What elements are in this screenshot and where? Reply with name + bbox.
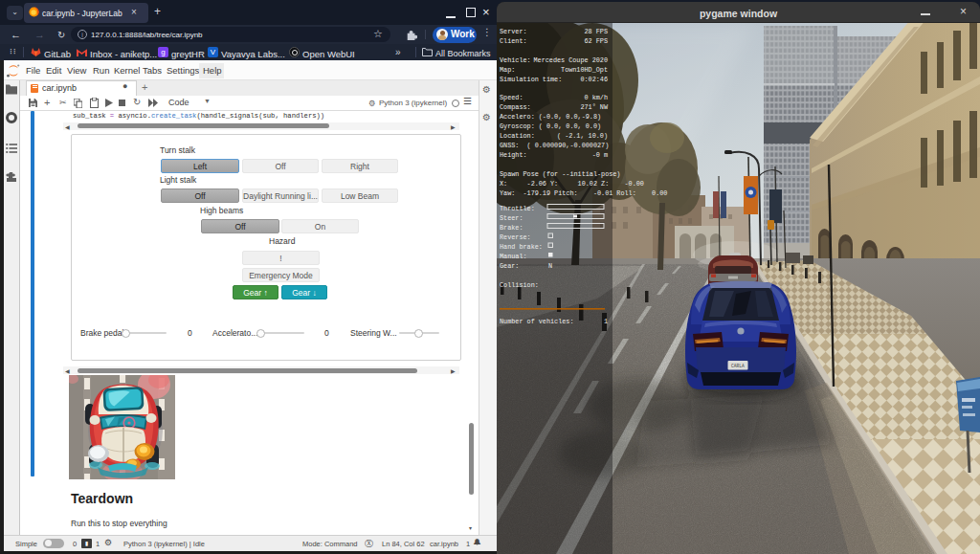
svg-text:0 km/h: 0 km/h	[585, 94, 608, 101]
svg-text:Gear:: Gear:	[500, 262, 519, 270]
svg-text:Town10HD_Opt: Town10HD_Opt	[561, 66, 608, 74]
svg-text:Collision:: Collision:	[500, 281, 539, 289]
svg-text:Height:: Height:	[500, 151, 527, 159]
svg-text:Server:: Server:	[500, 28, 527, 35]
svg-text:Mercedes Coupe 2020: Mercedes Coupe 2020	[534, 56, 609, 64]
svg-text:( -2.1, 10.0): ( -2.1, 10.0)	[557, 132, 608, 140]
svg-text:Location:: Location:	[500, 132, 535, 140]
svg-text:28 FPS: 28 FPS	[585, 28, 608, 35]
svg-text:Number of vehicles:: Number of vehicles:	[500, 318, 574, 325]
svg-text:-0 m: -0 m	[592, 151, 608, 159]
svg-text:Map:: Map:	[500, 66, 515, 74]
svg-text:CARLA: CARLA	[731, 364, 745, 368]
svg-text:Speed:: Speed:	[500, 94, 523, 101]
svg-text:Accelero: (-0.0, 0.0,-9.8): Accelero: (-0.0, 0.0,-9.8)	[500, 113, 601, 121]
svg-text:Manual:: Manual:	[500, 253, 527, 260]
svg-text:Hand brake:: Hand brake:	[500, 243, 543, 251]
svg-text:62 FPS: 62 FPS	[585, 37, 608, 45]
svg-text:Spawn Pose (for --initial-pose: Spawn Pose (for --initial-pose)	[500, 170, 620, 178]
svg-text:X: -2.06 Y: 10.02 Z:: X: -2.06 Y: 10.02 Z: -0.00	[500, 180, 644, 188]
svg-text:Compass:: Compass:	[500, 103, 531, 111]
svg-text:Simulation time:: Simulation time:	[500, 76, 562, 83]
svg-text:Gyroscop: ( 0.0, 0.0, 0.0): Gyroscop: ( 0.0, 0.0, 0.0)	[500, 122, 601, 130]
svg-text:Client:: Client:	[500, 37, 527, 45]
svg-text:Steer:: Steer:	[500, 214, 523, 222]
svg-text:Reverse:: Reverse:	[500, 233, 531, 241]
svg-text:Yaw: -179.19 Pitch: -0.01: Yaw: -179.19 Pitch: -0.01 Roll: 0.00	[500, 189, 667, 197]
svg-text:0:02:46: 0:02:46	[580, 76, 608, 83]
svg-text:Brake:: Brake:	[500, 224, 523, 232]
svg-text:GNSS: ( 0.000090,-0.000027): GNSS: ( 0.000090,-0.000027)	[500, 142, 609, 149]
svg-text:Vehicle:: Vehicle:	[500, 56, 531, 64]
svg-text:271° NW: 271° NW	[580, 103, 608, 111]
svg-text:1: 1	[604, 318, 608, 325]
svg-text:Throttle:: Throttle:	[500, 205, 535, 212]
svg-text:N: N	[548, 262, 552, 270]
